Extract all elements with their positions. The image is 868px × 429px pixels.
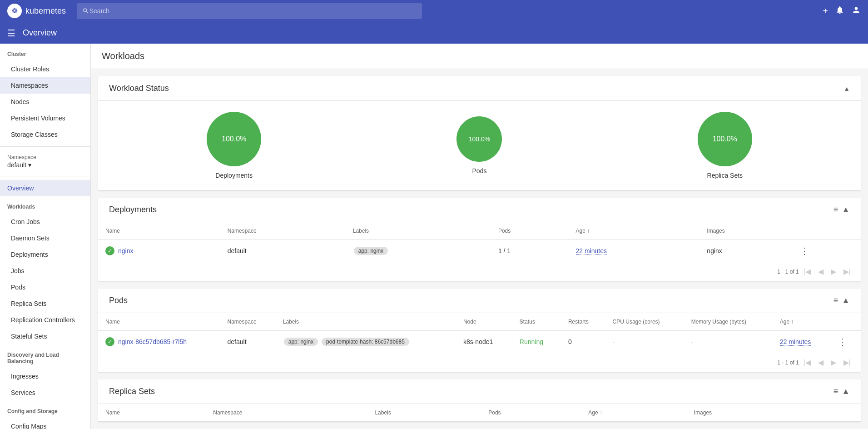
sidebar-item-deployments[interactable]: Deployments: [0, 246, 90, 263]
deployments-table: Name Namespace Labels Pods Age ↑ Images …: [98, 222, 861, 262]
pods-status: 100.0% Pods: [456, 116, 502, 175]
pods-last-page-button[interactable]: ▶|: [841, 356, 853, 369]
sidebar: Cluster Cluster Roles Namespaces Nodes P…: [0, 44, 91, 429]
col-pods: Pods: [491, 222, 569, 240]
pods-title: Pods: [109, 296, 128, 305]
pod-name-cell: ✓ nginx-86c57db685-r7l5h: [98, 331, 220, 353]
collapse-icon: ▲: [843, 85, 850, 92]
deployment-age-cell: 22 minutes: [569, 240, 700, 262]
pods-col-age: Age ↑: [773, 313, 831, 331]
replica-sets-actions: ≡ ▲: [833, 387, 850, 396]
next-page-button[interactable]: ▶: [828, 265, 839, 278]
sidebar-item-cron-jobs[interactable]: Cron Jobs: [0, 214, 90, 230]
rs-col-namespace: Namespace: [206, 404, 367, 422]
topbar: ☸ kubernetes +: [0, 0, 868, 22]
sidebar-item-pods[interactable]: Pods: [0, 279, 90, 295]
status-check-icon: ✓: [105, 246, 114, 255]
sidebar-item-jobs[interactable]: Jobs: [0, 263, 90, 279]
rs-col-labels: Labels: [367, 404, 481, 422]
sidebar-item-services[interactable]: Services: [0, 384, 90, 401]
pods-collapse-icon[interactable]: ▲: [842, 296, 850, 305]
pod-cpu-cell: -: [605, 331, 684, 353]
sidebar-item-replica-sets[interactable]: Replica Sets: [0, 295, 90, 312]
rs-col-images: Images: [687, 404, 807, 422]
pods-header: Pods ≡ ▲: [98, 289, 861, 313]
pods-prev-page-button[interactable]: ◀: [815, 356, 826, 369]
prev-page-button[interactable]: ◀: [815, 265, 826, 278]
sidebar-item-daemon-sets[interactable]: Daemon Sets: [0, 230, 90, 246]
config-section-label: Config and Storage: [0, 401, 90, 418]
deployment-labels-cell: app: nginx: [346, 240, 491, 262]
replica-sets-status: 100.0% Replica Sets: [698, 112, 752, 179]
sidebar-item-overview[interactable]: Overview: [0, 180, 90, 196]
search-bar[interactable]: [77, 3, 422, 19]
pods-table: Name Namespace Labels Node Status Restar…: [98, 313, 861, 353]
pod-node-cell: k8s-node1: [456, 331, 512, 353]
replica-sets-filter-icon[interactable]: ≡: [833, 387, 838, 396]
rs-col-actions: [807, 404, 861, 422]
pods-col-status: Status: [512, 313, 561, 331]
pods-circle: 100.0%: [456, 116, 502, 162]
sidebar-item-cluster-roles[interactable]: Cluster Roles: [0, 61, 90, 77]
rs-col-name: Name: [98, 404, 206, 422]
sidebar-item-storage-classes[interactable]: Storage Classes: [0, 126, 90, 143]
sidebar-item-config-maps[interactable]: Config Maps: [0, 418, 90, 429]
deployments-page-info: 1 - 1 of 1: [777, 269, 799, 275]
pods-col-labels: Labels: [276, 313, 456, 331]
pod-label-chip-2: pod-template-hash: 86c57db685: [322, 338, 409, 346]
replica-sets-header: Replica Sets ≡ ▲: [98, 379, 861, 404]
col-name: Name: [98, 222, 220, 240]
deployments-percent: 100.0%: [222, 135, 246, 143]
pod-status-check-icon: ✓: [105, 337, 114, 346]
pods-col-name: Name: [98, 313, 220, 331]
svg-text:☸: ☸: [11, 7, 18, 15]
pods-filter-icon[interactable]: ≡: [833, 296, 838, 305]
deployment-menu-cell: ⋮: [793, 240, 861, 262]
pod-name-link[interactable]: nginx-86c57db685-r7l5h: [118, 338, 187, 345]
hamburger-menu[interactable]: ☰: [7, 28, 15, 39]
filter-icon[interactable]: ≡: [833, 205, 838, 214]
deployment-name-link[interactable]: nginx: [118, 247, 133, 254]
pods-first-page-button[interactable]: |◀: [801, 356, 813, 369]
pod-age-link[interactable]: 22 minutes: [780, 338, 811, 346]
sidebar-item-nodes[interactable]: Nodes: [0, 94, 90, 110]
page-section-title: Overview: [23, 28, 57, 38]
deployments-section: Deployments ≡ ▲ Name Namespace Labels Po…: [98, 198, 861, 281]
deployments-label: Deployments: [215, 172, 253, 179]
sidebar-item-persistent-volumes[interactable]: Persistent Volumes: [0, 110, 90, 126]
last-page-button[interactable]: ▶|: [841, 265, 853, 278]
notification-icon[interactable]: [835, 5, 844, 17]
deployments-collapse-icon[interactable]: ▲: [842, 205, 850, 214]
replica-sets-title: Replica Sets: [109, 387, 155, 396]
replica-sets-section: Replica Sets ≡ ▲ Name Namespace Labels P…: [98, 379, 861, 422]
pods-col-actions: [831, 313, 861, 331]
col-age: Age ↑: [569, 222, 700, 240]
sidebar-item-stateful-sets[interactable]: Stateful Sets: [0, 328, 90, 344]
namespace-selector: Namespace default ▾: [0, 150, 90, 172]
search-input[interactable]: [89, 7, 417, 15]
pods-next-page-button[interactable]: ▶: [828, 356, 839, 369]
col-namespace: Namespace: [220, 222, 346, 240]
first-page-button[interactable]: |◀: [801, 265, 813, 278]
deployment-age-link[interactable]: 22 minutes: [576, 247, 607, 255]
deployment-pods-cell: 1 / 1: [491, 240, 569, 262]
pods-section: Pods ≡ ▲ Name Namespace Labels Node Stat…: [98, 289, 861, 372]
namespace-dropdown[interactable]: default ▾: [7, 160, 83, 169]
workload-status-title: Workload Status: [109, 84, 169, 93]
cluster-section-label: Cluster: [0, 44, 90, 61]
col-labels: Labels: [346, 222, 491, 240]
pod-menu-button[interactable]: ⋮: [838, 336, 847, 347]
sidebar-item-ingresses[interactable]: Ingresses: [0, 368, 90, 384]
add-button[interactable]: +: [823, 6, 828, 16]
kubernetes-logo-icon: ☸: [7, 4, 22, 18]
replica-sets-collapse-icon[interactable]: ▲: [842, 387, 850, 396]
deployment-menu-button[interactable]: ⋮: [800, 245, 809, 256]
pods-pagination: 1 - 1 of 1 |◀ ◀ ▶ ▶|: [98, 353, 861, 372]
sidebar-item-replication-controllers[interactable]: Replication Controllers: [0, 312, 90, 328]
workloads-section-label: Workloads: [0, 196, 90, 214]
user-avatar[interactable]: [852, 5, 861, 17]
secondary-bar: ☰ Overview: [0, 22, 868, 44]
page-header: Workloads: [91, 44, 868, 69]
sidebar-item-namespaces[interactable]: Namespaces: [0, 77, 90, 94]
workload-status-collapse[interactable]: ▲: [843, 85, 850, 92]
